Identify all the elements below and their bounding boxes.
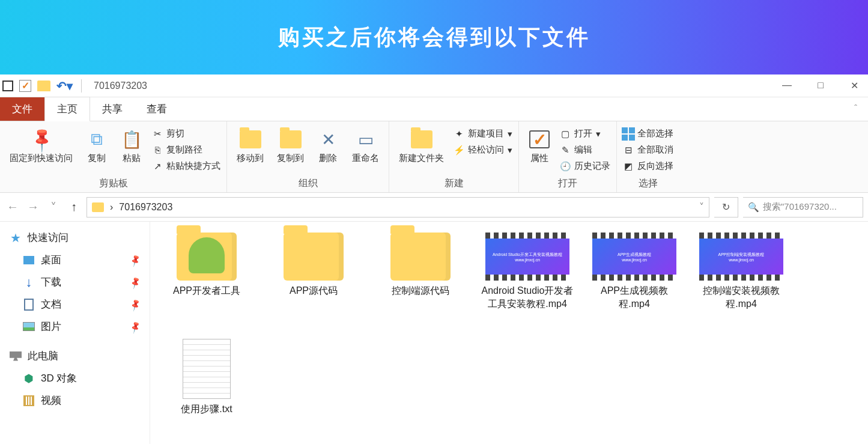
tab-file[interactable]: 文件 (0, 97, 44, 121)
easyaccess-icon: ⚡ (454, 145, 464, 156)
paste-icon: 📋 (121, 129, 142, 150)
sidebar-videos[interactable]: 视频 (0, 389, 150, 412)
sidebar-desktop[interactable]: 桌面📌 (0, 249, 150, 271)
file-label: Android Studio开发者工具安装教程.mp4 (479, 284, 575, 310)
paste-button[interactable]: 📋 粘贴 (117, 126, 146, 166)
file-label: 使用步骤.txt (181, 403, 232, 416)
pc-icon (10, 350, 22, 362)
video-thumbnail: APP控制端安装视频教程www.jinxcj.cn (699, 233, 783, 281)
moveto-button[interactable]: 移动到 (233, 126, 267, 166)
file-item[interactable]: APP生成视频教程www.jinxcj.cnAPP生成视频教程.mp4 (586, 233, 682, 310)
file-grid: APP开发者工具APP源代码控制端源代码Android Studio开发工具安装… (150, 222, 868, 444)
video-thumbnail: Android Studio开发工具安装视频教程www.jinxcj.cn (485, 233, 569, 281)
sidebar-3dobjects[interactable]: ⬢3D 对象 (0, 367, 150, 389)
copypath-button[interactable]: ⎘复制路径 (152, 142, 220, 157)
nav-forward-button[interactable]: → (25, 199, 41, 215)
edit-button[interactable]: ✎编辑 (560, 142, 610, 157)
file-item[interactable]: APP开发者工具 (159, 233, 255, 297)
open-icon: ▢ (560, 129, 571, 139)
refresh-button[interactable]: ↻ (714, 197, 738, 217)
qat-check-icon[interactable]: ✓ (19, 80, 31, 92)
delete-button[interactable]: ✕ 删除 (314, 126, 342, 166)
copy-button[interactable]: ⧉ 复制 (82, 126, 111, 166)
cube-icon: ⬢ (23, 372, 35, 385)
breadcrumb[interactable]: 7016973203 (119, 202, 172, 213)
history-button[interactable]: 🕘历史记录 (560, 159, 610, 174)
group-select: 全部选择 ⊟全部取消 ◩反向选择 选择 (617, 121, 679, 192)
app-icon (2, 81, 13, 91)
nav-up-button[interactable]: ↑ (66, 199, 82, 215)
newfolder-icon (411, 129, 432, 150)
pin-icon: 📌 (26, 124, 56, 155)
ribbon: 📌 固定到快速访问 ⧉ 复制 📋 粘贴 ✂剪切 ⎘复制路径 ↗粘贴快捷方式 剪贴… (0, 121, 868, 193)
copyto-button[interactable]: 复制到 (273, 126, 308, 166)
easyaccess-button[interactable]: ⚡轻松访问 ▾ (454, 142, 512, 157)
file-label: 控制端源代码 (392, 284, 449, 297)
group-open: ✓ 属性 ▢打开 ▾ ✎编辑 🕘历史记录 打开 (519, 121, 617, 192)
group-new: 新建文件夹 ✦新建项目 ▾ ⚡轻松访问 ▾ 新建 (389, 121, 519, 192)
window-titlebar: ✓ ↶▾ 7016973203 — □ ✕ (0, 74, 868, 97)
tab-home[interactable]: 主页 (44, 97, 90, 121)
rename-button[interactable]: ▭ 重命名 (348, 126, 383, 166)
nav-recent-button[interactable]: ˅ (46, 199, 61, 215)
window-title: 7016973203 (94, 81, 147, 91)
banner-title: 购买之后你将会得到以下文件 (278, 23, 590, 52)
moveto-icon (240, 129, 261, 150)
sidebar-pictures[interactable]: 图片📌 (0, 315, 150, 338)
file-item[interactable]: 使用步骤.txt (159, 339, 255, 416)
pin-quickaccess-button[interactable]: 📌 固定到快速访问 (6, 126, 76, 166)
newitem-icon: ✦ (454, 129, 464, 139)
desktop-icon (23, 254, 35, 266)
cut-button[interactable]: ✂剪切 (152, 126, 220, 141)
breadcrumb-sep[interactable]: › (110, 202, 113, 213)
txt-icon (183, 339, 231, 399)
file-label: APP生成视频教程.mp4 (586, 284, 682, 310)
addr-dropdown-icon[interactable]: ˅ (699, 201, 704, 213)
qat-folder-icon[interactable] (37, 81, 50, 91)
document-icon (23, 299, 35, 311)
folder-icon (177, 233, 237, 281)
tab-view[interactable]: 查看 (135, 97, 179, 121)
properties-button[interactable]: ✓ 属性 (525, 126, 554, 166)
history-icon: 🕘 (560, 161, 571, 172)
close-button[interactable]: ✕ (845, 80, 863, 91)
rename-icon: ▭ (355, 129, 377, 150)
invert-button[interactable]: ◩反向选择 (623, 159, 673, 174)
folder-icon (284, 233, 344, 281)
ribbon-tabs: 文件 主页 共享 查看 ˆ (0, 97, 868, 121)
newitem-button[interactable]: ✦新建项目 ▾ (454, 126, 512, 141)
newfolder-button[interactable]: 新建文件夹 (395, 126, 448, 166)
file-item[interactable]: 控制端源代码 (372, 233, 469, 297)
qat-undo-icon[interactable]: ↶▾ (56, 79, 73, 93)
video-icon (23, 395, 35, 407)
nav-row: ← → ˅ ↑ › 7016973203 ˅ ↻ 🔍 搜索"701697320.… (0, 193, 868, 222)
folder-icon (390, 233, 451, 281)
video-thumbnail: APP生成视频教程www.jinxcj.cn (592, 233, 676, 281)
file-item[interactable]: Android Studio开发工具安装视频教程www.jinxcj.cnAnd… (479, 233, 575, 310)
ribbon-collapse-icon[interactable]: ˆ (854, 103, 857, 113)
file-item[interactable]: APP源代码 (266, 233, 362, 297)
tab-share[interactable]: 共享 (90, 97, 135, 121)
invert-icon: ◩ (623, 161, 634, 172)
minimize-button[interactable]: — (778, 80, 796, 91)
selectall-button[interactable]: 全部选择 (623, 126, 673, 141)
sidebar-documents[interactable]: 文档📌 (0, 293, 150, 315)
sidebar-thispc[interactable]: 此电脑 (0, 345, 150, 367)
group-organize: 移动到 复制到 ✕ 删除 ▭ 重命名 组织 (227, 121, 389, 192)
maximize-button[interactable]: □ (812, 80, 830, 91)
body: ★快速访问 桌面📌 ↓下载📌 文档📌 图片📌 此电脑 ⬢3D 对象 视频 APP… (0, 222, 868, 444)
group-clipboard: 📌 固定到快速访问 ⧉ 复制 📋 粘贴 ✂剪切 ⎘复制路径 ↗粘贴快捷方式 剪贴… (0, 121, 227, 192)
selectnone-button[interactable]: ⊟全部取消 (623, 142, 673, 157)
open-button[interactable]: ▢打开 ▾ (560, 126, 610, 141)
pin-icon: 📌 (128, 320, 142, 333)
delete-icon: ✕ (317, 129, 339, 150)
search-input[interactable]: 🔍 搜索"701697320... (743, 197, 863, 217)
pasteshortcut-button[interactable]: ↗粘贴快捷方式 (152, 159, 220, 174)
file-item[interactable]: APP控制端安装视频教程www.jinxcj.cn控制端安装视频教程.mp4 (693, 233, 789, 310)
sidebar-downloads[interactable]: ↓下载📌 (0, 271, 150, 293)
selectall-icon (623, 129, 634, 139)
sidebar-quickaccess[interactable]: ★快速访问 (0, 227, 150, 249)
promo-banner: 购买之后你将会得到以下文件 (0, 0, 868, 74)
address-bar[interactable]: › 7016973203 ˅ (86, 197, 709, 217)
nav-back-button[interactable]: ← (5, 199, 20, 215)
